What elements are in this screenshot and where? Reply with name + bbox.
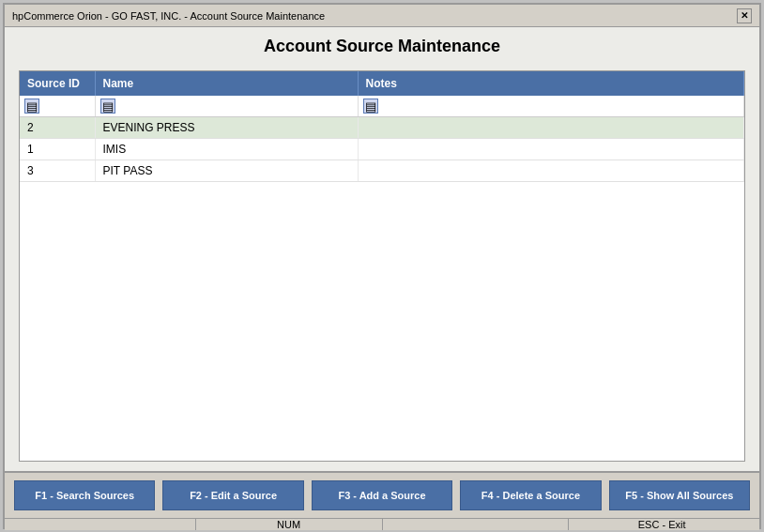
col-header-notes[interactable]: Notes xyxy=(358,71,744,96)
status-segment-3 xyxy=(383,519,570,530)
cell-notes xyxy=(358,117,744,139)
data-table-container: Source ID Name Notes ▤ ▤ ▤ xyxy=(19,70,745,462)
window-title: hpCommerce Orion - GO FAST, INC. - Accou… xyxy=(12,10,325,22)
table-body: 2EVENING PRESS1IMIS3PIT PASS xyxy=(20,117,744,182)
table-row[interactable]: 1IMIS xyxy=(20,139,744,160)
cell-name: IMIS xyxy=(95,139,358,160)
cell-name: PIT PASS xyxy=(95,160,358,182)
filter-source-id[interactable]: ▤ xyxy=(20,96,95,117)
sources-table: Source ID Name Notes ▤ ▤ ▤ xyxy=(20,71,744,182)
cell-source_id: 1 xyxy=(20,139,95,160)
col-header-source-id[interactable]: Source ID xyxy=(20,71,95,96)
column-header-row: Source ID Name Notes xyxy=(20,71,744,96)
fn-button-f3[interactable]: F3 - Add a Source xyxy=(312,480,452,510)
filter-row: ▤ ▤ ▤ xyxy=(20,96,744,117)
cell-notes xyxy=(358,160,744,182)
table-row[interactable]: 3PIT PASS xyxy=(20,160,744,182)
fn-button-f5[interactable]: F5 - Show All Sources xyxy=(609,480,750,510)
bottom-bar: F1 - Search SourcesF2 - Edit a SourceF3 … xyxy=(5,471,759,527)
status-bar: NUM ESC - Exit xyxy=(5,518,759,530)
col-header-name[interactable]: Name xyxy=(95,71,358,96)
fn-button-f1[interactable]: F1 - Search Sources xyxy=(14,480,155,510)
filter-icon-source-id[interactable]: ▤ xyxy=(24,99,39,114)
cell-notes xyxy=(358,139,744,160)
filter-icon-notes[interactable]: ▤ xyxy=(363,99,378,114)
title-bar: hpCommerce Orion - GO FAST, INC. - Accou… xyxy=(5,5,759,27)
status-segment-4: ESC - Exit xyxy=(569,519,755,530)
close-button[interactable]: ✕ xyxy=(737,8,752,23)
filter-name[interactable]: ▤ xyxy=(95,96,358,117)
filter-icon-name[interactable]: ▤ xyxy=(100,99,115,114)
page-title: Account Source Maintenance xyxy=(19,37,745,56)
status-segment-1 xyxy=(9,519,196,530)
cell-source_id: 2 xyxy=(20,117,95,139)
status-segment-2: NUM xyxy=(196,519,383,530)
main-window: hpCommerce Orion - GO FAST, INC. - Accou… xyxy=(3,3,761,529)
cell-source_id: 3 xyxy=(20,160,95,182)
table-row[interactable]: 2EVENING PRESS xyxy=(20,117,744,139)
buttons-row: F1 - Search SourcesF2 - Edit a SourceF3 … xyxy=(5,473,759,518)
fn-button-f2[interactable]: F2 - Edit a Source xyxy=(162,480,303,510)
filter-notes[interactable]: ▤ xyxy=(358,96,744,117)
cell-name: EVENING PRESS xyxy=(95,117,358,139)
fn-button-f4[interactable]: F4 - Delete a Source xyxy=(460,480,601,510)
content-area: Account Source Maintenance Source ID Nam… xyxy=(5,27,759,471)
